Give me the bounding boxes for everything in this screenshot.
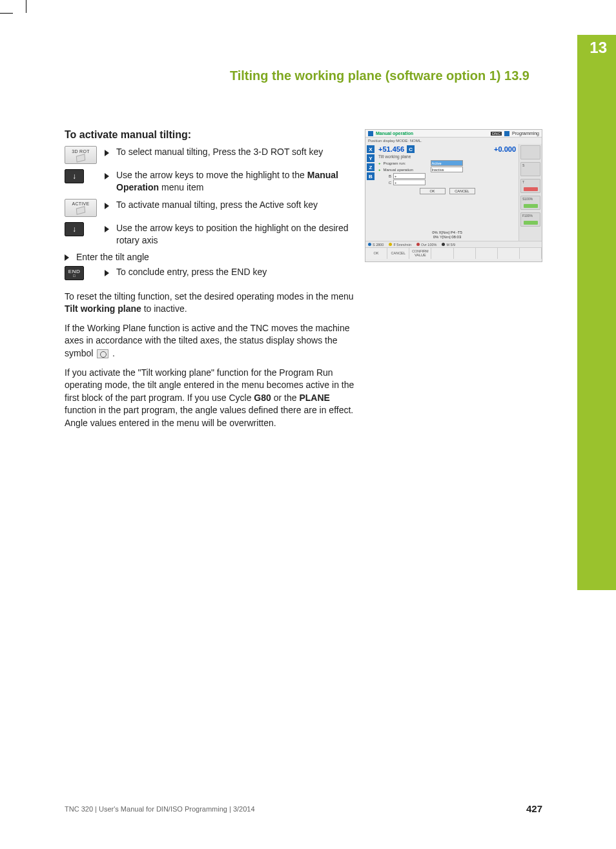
ss-fkey — [520, 248, 542, 259]
ss-field-row: C + — [378, 179, 516, 185]
ss-field-row: B + — [378, 173, 516, 179]
ss-axis-y: Y — [367, 154, 375, 162]
ss-field-row: + Program run: Active — [378, 160, 516, 166]
bullet-triangle-icon — [105, 150, 109, 156]
hardkey-end: END□ — [65, 266, 84, 280]
ss-axis-x: X — [367, 145, 375, 153]
bullet-triangle-icon — [65, 254, 69, 261]
bullet-triangle-icon — [105, 173, 109, 179]
ss-status-line: Position display MODE: NOML. — [365, 138, 542, 144]
ss-fkey: OK — [365, 248, 387, 259]
ss-cube-icon — [504, 131, 509, 136]
tilt-plane-status-icon — [97, 349, 108, 358]
ss-fkey: CANCEL — [387, 248, 409, 259]
step-row: END□ To conclude entry, press the END ke… — [65, 266, 355, 280]
ss-axes-column: X Y Z B — [365, 144, 376, 241]
bullet-triangle-icon — [105, 270, 109, 276]
paragraph-program-run: If you activate the "Tilt working plane"… — [65, 367, 355, 430]
ss-gear-icon — [368, 131, 373, 136]
ss-dialog-title: Tilt working plane — [378, 154, 516, 159]
bullet-triangle-icon — [105, 203, 109, 209]
paragraph-status-symbol: If the Working Plane function is active … — [65, 322, 355, 360]
ss-fkey — [454, 248, 476, 259]
ss-thin-status: S 2800 F 5mm/min Ovr 100% M 5/9 — [365, 241, 542, 247]
plus-icon: + — [378, 161, 381, 165]
softkey-3d-rot: 3D ROT — [65, 146, 97, 164]
ss-field-b-angle: + — [393, 173, 426, 179]
step-enter-tilt-angle: Enter the tilt angle — [65, 252, 355, 262]
tnc-screenshot: Manual operation DNC Programming Positio… — [365, 129, 542, 262]
ss-btn-ok: OK — [420, 188, 446, 194]
ss-title-bar: Manual operation DNC Programming — [365, 130, 542, 138]
ss-axis-c-badge: C — [407, 145, 415, 153]
footer-doc-title: TNC 320 | User's Manual for DIN/ISO Prog… — [65, 805, 255, 813]
ss-softkey-row: OK CANCEL CONFIRM VALUE — [365, 247, 542, 259]
ss-field-c-angle: + — [393, 179, 426, 185]
ss-side-knob-f100: F100% — [520, 212, 540, 227]
footer-page-number: 427 — [526, 803, 542, 814]
step-text: To select manual tilting, Press the 3-D … — [116, 146, 355, 158]
page-footer: TNC 320 | User's Manual for DIN/ISO Prog… — [65, 803, 542, 814]
arrow-down-icon — [72, 172, 76, 181]
dot-icon — [389, 243, 392, 246]
crop-marks — [0, 0, 616, 26]
ss-side-panel: S T S100% F100% — [518, 144, 542, 241]
ss-coord-row: +51.456 C +0.000 — [378, 145, 516, 153]
ss-mode-right: Programming — [512, 131, 539, 136]
ss-field-row: + Manual operation Inactive — [378, 167, 516, 172]
dot-icon — [368, 243, 371, 246]
chapter-tab: 13 — [577, 35, 616, 590]
ss-fkey: CONFIRM VALUE — [409, 248, 431, 259]
ss-field-manual-operation: Inactive — [431, 167, 463, 172]
ss-main-area: +51.456 C +0.000 Tilt working plane + Pr… — [376, 144, 518, 241]
hardkey-arrow-down — [65, 169, 84, 183]
step-row: ACTIVE To activate manual tilting, press… — [65, 199, 355, 217]
ss-coord-left: +51.456 — [378, 145, 404, 153]
ss-fkey — [498, 248, 520, 259]
hardkey-arrow-down — [65, 222, 84, 236]
chapter-number: 13 — [590, 39, 607, 57]
ss-side-knob-s100: S100% — [520, 196, 540, 210]
step-text: Use the arrow keys to move the highlight… — [116, 169, 355, 194]
dot-icon — [416, 243, 420, 246]
ss-side-knob-s: S — [520, 162, 540, 176]
step-text: To conclude entry, press the END key — [116, 266, 355, 278]
arrow-down-icon — [72, 225, 76, 234]
ss-dnc-tag: DNC — [491, 132, 502, 136]
ss-lower-status: 0% X[Nm] P4 -T5 0% Y[Nm] 08:03 — [376, 229, 518, 241]
softkey-active: ACTIVE — [65, 199, 97, 217]
ss-side-knob-t: T — [520, 179, 540, 193]
page-section-title: Tilting the working plane (software opti… — [65, 68, 529, 83]
ss-axis-b: B — [367, 172, 375, 180]
ss-dialog-buttons: OK CANCEL — [378, 188, 516, 194]
step-row: 3D ROT To select manual tilting, Press t… — [65, 146, 355, 164]
step-text: Use the arrow keys to position the highl… — [116, 222, 355, 247]
ss-btn-cancel: CANCEL — [449, 188, 475, 194]
ss-mode-left: Manual operation — [376, 131, 488, 136]
bullet-triangle-icon — [105, 226, 109, 232]
ss-side-knob — [520, 145, 540, 159]
ss-fkey — [431, 248, 453, 259]
ss-axis-z: Z — [367, 163, 375, 171]
ss-fkey — [476, 248, 498, 259]
ss-field-program-run: Active — [431, 160, 463, 166]
step-row: Use the arrow keys to move the highlight… — [65, 169, 355, 194]
ss-coord-right: +0.000 — [494, 145, 516, 153]
dot-icon — [442, 243, 445, 246]
paragraph-reset-tilting: To reset the tilting function, set the d… — [65, 291, 355, 316]
plus-icon: + — [378, 168, 381, 172]
step-text: To activate manual tilting, press the Ac… — [116, 199, 355, 211]
step-row: Use the arrow keys to position the highl… — [65, 222, 355, 247]
